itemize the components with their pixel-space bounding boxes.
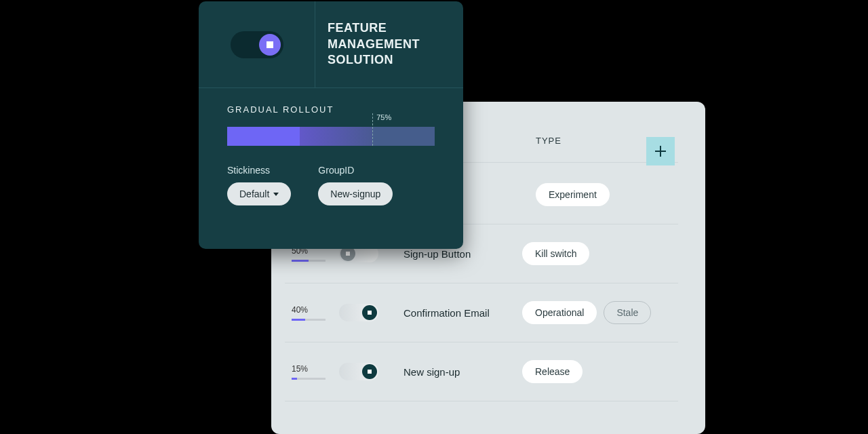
toggle-knob-icon <box>362 305 377 320</box>
percent-col: 15% <box>285 364 339 380</box>
rollout-section-label: GRADUAL ROLLOUT <box>227 104 435 115</box>
feature-tags: Kill switch <box>522 242 589 265</box>
percent-label: 15% <box>292 364 339 374</box>
plus-icon <box>654 144 667 158</box>
feature-tag[interactable]: Release <box>522 360 583 383</box>
feature-row: 40%Confirmation EmailOperationalStale <box>285 283 678 342</box>
feature-tags: OperationalStale <box>522 301 651 324</box>
feature-name: New sign-up <box>403 366 522 378</box>
feature-tag[interactable]: Stale <box>604 301 651 324</box>
chevron-down-icon <box>273 193 279 196</box>
feature-toggle[interactable] <box>339 304 378 321</box>
rollout-percent-label: 75% <box>376 113 391 121</box>
stickiness-label: Stickiness <box>227 165 291 176</box>
toggle-col <box>339 304 403 321</box>
stickiness-value: Default <box>239 189 269 199</box>
percent-bar-fill <box>292 319 305 321</box>
feature-tag[interactable]: Operational <box>522 301 597 324</box>
feature-tag[interactable]: Kill switch <box>522 242 589 265</box>
rollout-title: FEATURE MANAGEMENT SOLUTION <box>328 20 463 68</box>
feature-master-toggle[interactable] <box>231 31 283 58</box>
rollout-fields: Stickiness Default GroupID New-signup <box>227 165 435 205</box>
percent-bar <box>292 378 326 380</box>
feature-row: 15%New sign-upRelease <box>285 342 678 401</box>
rollout-card-body: GRADUAL ROLLOUT 75% Stickiness Default G… <box>199 88 463 222</box>
feature-tag[interactable]: Experiment <box>536 183 610 206</box>
percent-bar-fill <box>292 260 309 262</box>
stickiness-field: Stickiness Default <box>227 165 291 205</box>
toggle-knob-icon <box>259 34 281 56</box>
rollout-progress[interactable]: 75% <box>227 127 435 146</box>
rollout-seg-2 <box>300 127 372 146</box>
groupid-value: New-signup <box>330 189 380 199</box>
column-type-header: TYPE <box>536 136 561 146</box>
stickiness-dropdown[interactable]: Default <box>227 182 291 205</box>
feature-master-toggle-area <box>199 1 315 87</box>
toggle-knob-icon <box>362 364 377 379</box>
rollout-seg-1 <box>227 127 300 146</box>
rollout-seg-3 <box>372 127 435 146</box>
percent-col: 40% <box>285 305 339 321</box>
percent-bar <box>292 260 326 262</box>
percent-label: 40% <box>292 305 339 315</box>
toggle-col <box>339 363 403 380</box>
groupid-chip[interactable]: New-signup <box>318 182 393 205</box>
feature-tags: Experiment <box>536 183 610 206</box>
rollout-title-area: FEATURE MANAGEMENT SOLUTION <box>315 1 463 87</box>
add-feature-button[interactable] <box>646 137 675 165</box>
percent-bar <box>292 319 326 321</box>
rollout-marker <box>372 113 373 146</box>
feature-name: Sign-up Button <box>403 248 522 260</box>
feature-toggle[interactable] <box>339 363 378 380</box>
percent-bar-fill <box>292 378 297 380</box>
rollout-card: FEATURE MANAGEMENT SOLUTION GRADUAL ROLL… <box>199 1 463 249</box>
feature-tags: Release <box>522 360 583 383</box>
feature-name: Confirmation Email <box>403 307 522 319</box>
rollout-card-header: FEATURE MANAGEMENT SOLUTION <box>199 1 463 88</box>
groupid-label: GroupID <box>318 165 393 176</box>
groupid-field: GroupID New-signup <box>318 165 393 205</box>
